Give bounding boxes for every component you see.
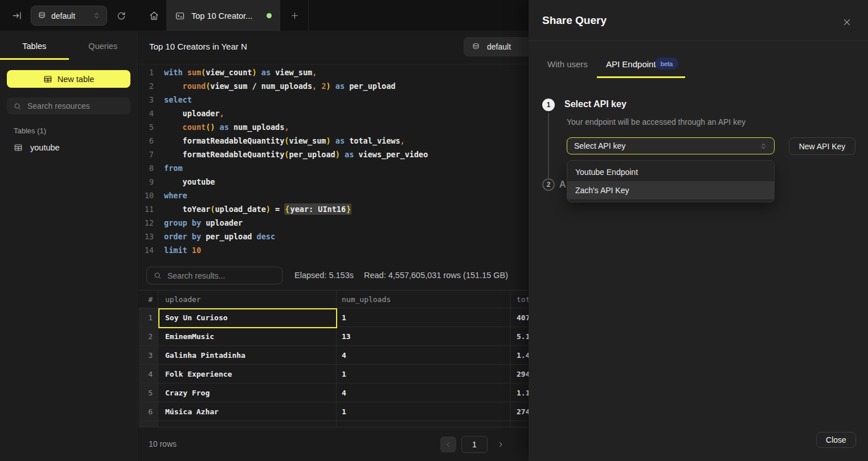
api-key-option[interactable]: Youtube Endpoint	[567, 163, 774, 181]
tab-tables-label: Tables	[22, 42, 46, 51]
sidebar-tabs: Tables Queries	[0, 32, 137, 60]
code-line: 13order by per_upload desc	[138, 230, 428, 243]
num-uploads-cell[interactable]: 4	[337, 384, 511, 402]
num-uploads-cell[interactable]: 1	[337, 308, 511, 327]
database-icon	[38, 11, 46, 20]
sql-code-editor[interactable]: 1with sum(view_count) as view_sum,2 roun…	[138, 66, 428, 257]
code-line: 11 toYear(upload_date) = {year: UInt16}	[138, 202, 428, 216]
line-number: 14	[138, 243, 154, 257]
tables-list: youtube	[0, 140, 137, 156]
step-2-title-partial: A	[559, 179, 566, 190]
column-header-uploader[interactable]: uploader	[158, 291, 337, 308]
share-query-panel: Share Query With users API Endpoint beta…	[529, 0, 868, 461]
num-uploads-cell[interactable]: 1	[337, 402, 511, 421]
row-index-cell[interactable]: 2	[138, 327, 158, 345]
new-table-label: New table	[58, 75, 94, 84]
new-api-key-button[interactable]: New API Key	[789, 137, 855, 155]
row-index-cell[interactable]: 1	[138, 308, 158, 327]
tab-queries-label: Queries	[88, 42, 117, 51]
plus-icon	[290, 11, 300, 21]
query-tab[interactable]: Top 10 Creator...	[166, 0, 280, 31]
row-index-cell[interactable]: 3	[138, 346, 158, 364]
terminal-icon	[175, 11, 185, 21]
search-resources-input[interactable]: Search resources	[7, 97, 130, 115]
home-button[interactable]	[142, 0, 165, 31]
line-number: 4	[138, 107, 154, 120]
column-header-num-uploads[interactable]: num_uploads	[337, 291, 511, 308]
step-2-indicator: 2	[542, 178, 555, 191]
row-index-cell[interactable]: 5	[138, 384, 158, 402]
line-number: 11	[138, 202, 154, 216]
api-key-dropdown[interactable]: Select API key	[567, 137, 775, 154]
panel-close-button[interactable]	[842, 17, 853, 28]
panel-divider	[529, 40, 868, 41]
code-line: 10where	[138, 189, 428, 202]
query-tab-title: Top 10 Creator...	[191, 11, 260, 21]
search-resources-placeholder: Search resources	[27, 101, 90, 111]
num-uploads-cell[interactable]: 4	[337, 346, 511, 364]
uploader-cell[interactable]: Folk Experience	[158, 365, 337, 383]
app-window: default Top 10 Creator...	[0, 0, 868, 461]
close-button[interactable]: Close	[816, 432, 856, 448]
line-number: 10	[138, 189, 154, 202]
sidebar-collapse-icon	[11, 10, 22, 21]
sidebar: Tables Queries New table Search resource…	[0, 32, 138, 461]
table-name: youtube	[30, 143, 60, 152]
search-results-placeholder: Search results...	[167, 271, 225, 280]
editor-database-label: default	[487, 42, 511, 51]
uploader-cell[interactable]: Soy Un Curioso	[158, 308, 337, 327]
tab-tables[interactable]: Tables	[0, 32, 69, 60]
uploader-cell[interactable]: Música Azhar	[158, 402, 337, 421]
api-key-dropdown-label: Select API key	[574, 141, 625, 150]
num-uploads-cell[interactable]: 1	[337, 365, 511, 383]
line-number: 5	[138, 120, 154, 134]
column-header-index[interactable]: #	[138, 291, 158, 308]
code-line: 7 formatReadableQuantity(per_upload) as …	[138, 148, 428, 161]
search-icon	[153, 271, 162, 280]
step-1-indicator: 1	[542, 99, 555, 111]
code-line: 8from	[138, 161, 428, 175]
uploader-cell[interactable]: Crazy Frog	[158, 384, 337, 402]
pagination-page-button[interactable]: 1	[461, 436, 488, 453]
search-results-input[interactable]: Search results...	[146, 267, 282, 284]
tab-with-users[interactable]: With users	[547, 59, 588, 69]
code-line: 12group by uploader	[138, 216, 428, 230]
uploader-cell[interactable]: EminemMusic	[158, 327, 337, 345]
refresh-icon	[116, 11, 126, 21]
select-chevrons-icon	[93, 12, 100, 19]
home-icon	[149, 10, 159, 21]
chevron-right-icon	[497, 440, 505, 448]
database-selector[interactable]: default	[31, 6, 107, 26]
code-line: 14limit 10	[138, 243, 428, 257]
pagination-prev-button[interactable]	[440, 436, 456, 452]
table-icon	[43, 75, 52, 84]
unsaved-status-dot	[267, 13, 272, 18]
row-index-cell[interactable]: 6	[138, 402, 158, 421]
sidebar-collapse-button[interactable]	[7, 0, 26, 31]
code-line: 2 round(view_sum / num_uploads, 2) as pe…	[138, 79, 428, 93]
active-tab-underline	[597, 76, 685, 78]
code-line: 3select	[138, 93, 428, 107]
sidebar-table-item[interactable]: youtube	[0, 140, 137, 156]
tab-queries[interactable]: Queries	[69, 32, 138, 60]
tab-api-endpoint[interactable]: API Endpoint	[606, 59, 656, 69]
database-selector-label: default	[51, 11, 88, 21]
refresh-button[interactable]	[113, 0, 130, 31]
row-index-cell[interactable]: 4	[138, 365, 158, 383]
new-table-button[interactable]: New table	[7, 70, 130, 88]
database-icon	[472, 43, 480, 51]
uploader-cell[interactable]: Galinha Pintadinha	[158, 346, 337, 364]
step-connector-line	[548, 113, 549, 178]
new-tab-button[interactable]	[281, 0, 309, 31]
line-number: 2	[138, 79, 154, 93]
close-icon	[842, 17, 853, 27]
pagination-next-button[interactable]	[494, 438, 507, 451]
line-number: 13	[138, 230, 154, 243]
line-number: 3	[138, 93, 154, 107]
chevron-left-icon	[444, 440, 452, 448]
api-key-dropdown-menu: Youtube EndpointZach's API Key	[567, 160, 775, 202]
select-api-key-subtitle: Your endpoint will be accessed through a…	[567, 117, 746, 127]
line-number: 12	[138, 216, 154, 230]
num-uploads-cell[interactable]: 13	[337, 327, 511, 345]
api-key-option[interactable]: Zach's API Key	[567, 181, 774, 199]
